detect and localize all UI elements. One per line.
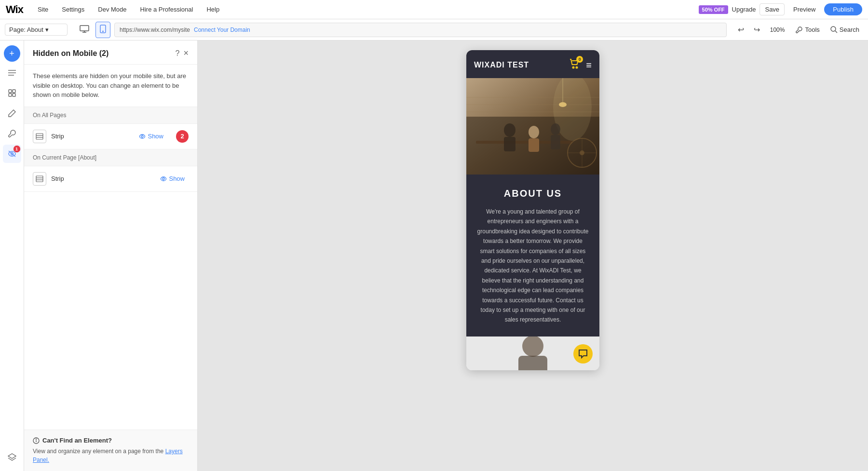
- sidebar-item-design[interactable]: [3, 84, 21, 102]
- mobile-view-button[interactable]: [95, 22, 110, 38]
- nav-hire[interactable]: Hire a Professional: [137, 4, 196, 15]
- preview-button[interactable]: Preview: [788, 4, 820, 15]
- strip-element-name: Strip: [51, 133, 130, 140]
- chevron-down-icon: ▾: [45, 26, 49, 33]
- cant-find-text: View and organize any element on a page …: [33, 448, 163, 455]
- top-navigation: Wix Site Settings Dev Mode Hire a Profes…: [0, 0, 868, 19]
- cant-find-label: Can't Find an Element?: [42, 437, 112, 444]
- desktop-view-button[interactable]: [75, 22, 94, 38]
- save-button[interactable]: Save: [760, 3, 785, 15]
- panel-header: Hidden on Mobile (2) ? ×: [24, 40, 197, 65]
- search-label: Search: [840, 26, 859, 33]
- svg-point-42: [529, 126, 539, 138]
- svg-point-40: [504, 123, 515, 137]
- show-strip-all-button[interactable]: Show: [135, 131, 167, 142]
- help-icon[interactable]: ?: [176, 49, 180, 58]
- device-switcher: [75, 22, 110, 38]
- svg-point-22: [141, 135, 143, 137]
- cant-find-description: View and organize any element on a page …: [33, 447, 189, 464]
- strip-element-icon: [33, 130, 46, 143]
- nav-right-actions: 50% OFF Upgrade Save Preview Publish: [699, 3, 862, 15]
- phone-about-section: ABOUT US We're a young and talented grou…: [466, 175, 599, 336]
- panel-footer: Can't Find an Element? View and organize…: [24, 430, 197, 471]
- strip-element-icon-2: [33, 172, 46, 186]
- strip-element-name-2: Strip: [51, 175, 151, 182]
- secondary-toolbar: Page: About ▾ https://www.wix.com/mysite…: [0, 19, 868, 40]
- main-area: + 1 Hidden on Mobile (2) ? ×: [0, 40, 868, 471]
- panel-description: These elements are hidden on your mobile…: [24, 65, 197, 107]
- svg-rect-18: [36, 134, 43, 139]
- zoom-level[interactable]: 100%: [766, 25, 789, 35]
- svg-point-5: [831, 27, 836, 31]
- sidebar-item-tools[interactable]: [3, 124, 21, 143]
- nav-settings[interactable]: Settings: [59, 4, 87, 15]
- phone-header: WIXADI TEST 0 ≡: [466, 50, 599, 78]
- cart-button[interactable]: 0: [569, 58, 581, 72]
- svg-rect-10: [9, 90, 12, 93]
- svg-point-31: [573, 67, 574, 68]
- sidebar-item-layers[interactable]: [3, 448, 21, 466]
- svg-rect-41: [504, 137, 515, 151]
- upgrade-button[interactable]: Upgrade: [732, 6, 756, 13]
- sidebar-item-pages[interactable]: [3, 64, 21, 82]
- badge-number-2: 2: [176, 130, 189, 143]
- phone-hero-image: [466, 78, 599, 175]
- tools-label: Tools: [805, 26, 819, 33]
- svg-rect-13: [13, 94, 15, 96]
- page-selector[interactable]: Page: About ▾: [5, 24, 68, 36]
- left-sidebar: + 1: [0, 40, 24, 471]
- page-selector-label: Page: About: [9, 26, 43, 33]
- close-icon[interactable]: ×: [183, 48, 189, 58]
- about-title: ABOUT US: [476, 188, 590, 199]
- phone-preview: WIXADI TEST 0 ≡: [466, 50, 599, 370]
- show-strip-current-button[interactable]: Show: [156, 173, 189, 184]
- svg-rect-11: [13, 90, 15, 93]
- hero-image-svg: [466, 78, 599, 175]
- search-button[interactable]: Search: [827, 24, 863, 36]
- add-element-button[interactable]: +: [4, 45, 20, 62]
- sidebar-item-edit[interactable]: [3, 104, 21, 122]
- svg-point-51: [559, 102, 567, 107]
- svg-point-27: [163, 178, 164, 180]
- svg-rect-23: [36, 176, 43, 182]
- nav-devmode[interactable]: Dev Mode: [95, 4, 129, 15]
- connect-domain-link[interactable]: Connect Your Domain: [194, 27, 250, 33]
- phone-header-icons: 0 ≡: [569, 58, 592, 72]
- sidebar-item-hidden[interactable]: 1: [3, 145, 21, 163]
- nav-site[interactable]: Site: [35, 4, 51, 15]
- panel-title: Hidden on Mobile (2): [33, 49, 108, 58]
- discount-badge: 50% OFF: [699, 5, 728, 14]
- svg-point-30: [36, 439, 37, 439]
- panel-header-icons: ? ×: [176, 48, 189, 58]
- show-label-all: Show: [148, 133, 163, 140]
- undo-button[interactable]: ↩: [734, 23, 747, 37]
- show-label-current: Show: [169, 175, 185, 182]
- svg-rect-12: [9, 94, 12, 96]
- cart-badge: 0: [576, 56, 583, 63]
- bottom-person-image: [504, 336, 562, 370]
- url-bar: https://www.wix.com/mysite Connect Your …: [114, 23, 727, 37]
- svg-point-52: [522, 336, 543, 357]
- nav-help[interactable]: Help: [203, 4, 222, 15]
- tools-button[interactable]: Tools: [791, 24, 823, 36]
- svg-point-26: [161, 177, 166, 181]
- canvas-area: WIXADI TEST 0 ≡: [198, 40, 868, 471]
- svg-point-21: [140, 135, 145, 138]
- svg-line-6: [835, 31, 837, 33]
- chat-fab-button[interactable]: [573, 344, 593, 363]
- svg-point-32: [576, 67, 578, 68]
- plus-icon: +: [9, 49, 14, 59]
- toolbar-right-actions: ↩ ↪ 100% Tools Search: [734, 23, 863, 37]
- hamburger-menu-icon[interactable]: ≡: [586, 60, 592, 71]
- svg-rect-45: [551, 135, 560, 149]
- wix-logo: Wix: [6, 3, 23, 16]
- table-row: Strip Show 2: [24, 124, 197, 149]
- svg-point-44: [551, 123, 560, 135]
- url-text: https://www.wix.com/mysite: [120, 27, 190, 33]
- svg-marker-17: [8, 454, 16, 458]
- publish-button[interactable]: Publish: [824, 3, 862, 15]
- redo-button[interactable]: ↪: [750, 23, 763, 37]
- about-text: We're a young and talented group of entr…: [476, 207, 590, 325]
- section-current-page-label: On Current Page [About]: [24, 149, 197, 166]
- section-all-pages-label: On All Pages: [24, 107, 197, 124]
